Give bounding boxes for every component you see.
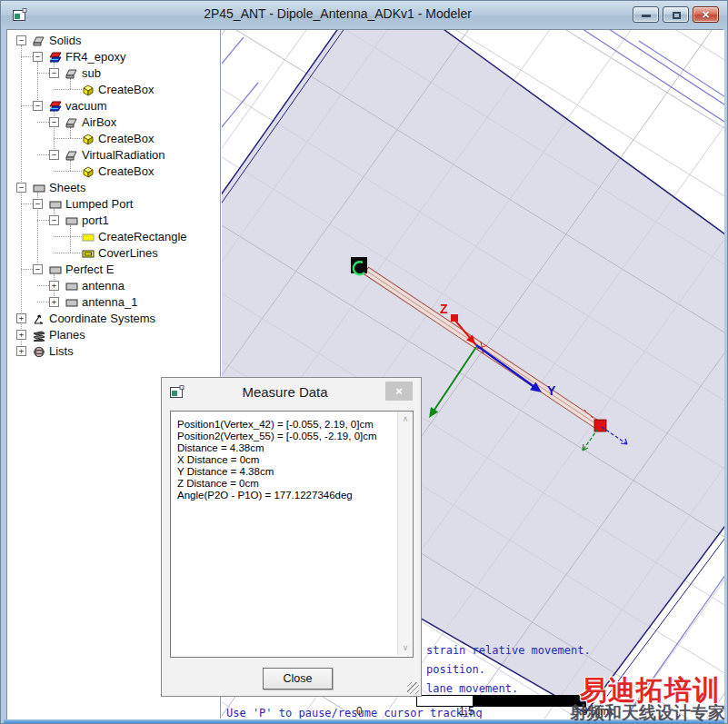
tree-item-antenna-1[interactable]: +antenna_1 (7, 293, 221, 310)
dialog-icon (170, 385, 184, 399)
dialog-scrollbar[interactable]: ∧ ∨ (397, 412, 412, 655)
sheet-gray-icon (65, 214, 78, 226)
tree-item-createrectangle[interactable]: CreateRectangle (7, 228, 221, 244)
tree-item-antenna[interactable]: +antenna (7, 277, 221, 293)
tree-item-label: Planes (49, 328, 85, 342)
tree-guide-stub (21, 203, 33, 204)
tree-item-label: AirBox (82, 115, 116, 129)
status-hint-1: strain relative movement. (426, 644, 591, 657)
solid-icon (65, 67, 78, 79)
expand-icon[interactable]: + (16, 313, 26, 323)
tree-guide-stub (37, 285, 49, 286)
measure-result-line: Position2(Vertex_55) = [-0.055, -2.19, 0… (177, 431, 394, 442)
tree-item-lists[interactable]: +Lists (7, 342, 221, 359)
sheet-gray-icon (65, 280, 78, 292)
tree-guide-stub (37, 154, 49, 155)
tree-item-label: port1 (82, 213, 109, 227)
tree-item-createbox[interactable]: CreateBox (7, 163, 221, 179)
lists-icon (33, 345, 45, 357)
expand-icon[interactable]: + (49, 281, 59, 291)
measure-result-line: Angle(P2O - P1O) = 177.1227346deg (177, 490, 394, 501)
tree-item-airbox[interactable]: −AirBox (7, 114, 221, 130)
modeler-window: 2P45_ANT - Dipole_Antenna_ADKv1 - Modele… (0, 0, 728, 724)
expand-icon[interactable]: + (16, 346, 26, 356)
expand-icon[interactable]: + (49, 297, 59, 307)
tree-guide-stub (21, 105, 33, 106)
tree-item-createbox[interactable]: CreateBox (7, 130, 221, 146)
scroll-up-icon[interactable]: ∧ (398, 412, 413, 426)
window-controls: × (633, 6, 719, 23)
material-icon (49, 100, 62, 112)
tree-item-lumped-port[interactable]: −Lumped Port (7, 195, 221, 212)
collapse-icon[interactable]: − (33, 199, 43, 209)
tree-guide-stub (37, 73, 49, 74)
measure-result-line: Y Distance = 4.38cm (177, 466, 394, 478)
tree-item-label: CreateBox (98, 83, 154, 96)
solid-icon (65, 149, 78, 161)
sheet-gray-icon (49, 198, 62, 210)
tree-item-sub[interactable]: −sub (7, 64, 221, 81)
scroll-down-icon[interactable]: ∨ (398, 640, 413, 655)
tree-item-vacuum[interactable]: −vacuum (7, 97, 221, 114)
collapse-icon[interactable]: − (49, 117, 59, 127)
tree-item-planes[interactable]: +Planes (7, 326, 221, 342)
tree-item-coordinate-systems[interactable]: +Coordinate Systems (7, 310, 221, 326)
tree-item-port1[interactable]: −port1 (7, 212, 221, 228)
tree-item-label: antenna_1 (82, 295, 137, 309)
box-yellow-icon (82, 84, 95, 95)
tree-guide-stub (54, 236, 82, 237)
watermark-line2: 射频和天线设计专家 (570, 701, 725, 724)
dialog-close-icon[interactable]: × (385, 382, 413, 401)
solid-icon (65, 116, 78, 128)
tree-item-label: antenna (82, 279, 125, 293)
collapse-icon[interactable]: − (49, 150, 59, 160)
dialog-title: Measure Data (189, 384, 381, 400)
tree-item-createbox[interactable]: CreateBox (7, 81, 221, 97)
tree-guide-stub (54, 89, 82, 90)
window-title: 2P45_ANT - Dipole_Antenna_ADKv1 - Modele… (55, 6, 620, 21)
collapse-icon[interactable]: − (33, 101, 43, 111)
collapse-icon[interactable]: − (16, 35, 26, 45)
tree-item-label: CoverLines (98, 246, 158, 260)
planes-icon (33, 329, 45, 341)
axes-icon (33, 312, 45, 324)
tree-item-label: CreateBox (98, 164, 154, 178)
tree-item-perfect-e[interactable]: −Perfect E (7, 261, 221, 277)
close-button[interactable]: × (693, 6, 719, 23)
minimize-button[interactable] (633, 6, 659, 23)
dialog-close-button[interactable]: Close (263, 668, 333, 689)
collapse-icon[interactable]: − (33, 52, 43, 62)
measure-result-line: Z Distance = 0cm (177, 478, 394, 490)
minimize-icon (642, 15, 651, 17)
collapse-icon[interactable]: − (33, 264, 43, 274)
tree-guide-stub (37, 122, 49, 123)
tree-item-sheets[interactable]: −Sheets (7, 179, 221, 195)
measure-result-line: Position1(Vertex_42) = [-0.055, 2.19, 0]… (177, 419, 394, 431)
dialog-resize-grip[interactable] (407, 682, 419, 694)
tree-item-solids[interactable]: −Solids (7, 32, 221, 48)
status-hint-3: lane movement. (426, 682, 518, 695)
material-icon (49, 51, 62, 63)
tree-guide-stub (54, 171, 82, 172)
titlebar[interactable]: 2P45_ANT - Dipole_Antenna_ADKv1 - Modele… (1, 1, 728, 29)
collapse-icon[interactable]: − (49, 215, 59, 225)
tree-item-label: vacuum (65, 99, 107, 113)
tree-item-virtualradiation[interactable]: −VirtualRadiation (7, 146, 221, 163)
collapse-icon[interactable]: − (16, 183, 26, 193)
tree-guide-stub (21, 56, 33, 57)
z-axis-label: Z (440, 302, 448, 316)
tree-item-label: Lumped Port (65, 197, 133, 211)
measure-results-box: Position1(Vertex_42) = [-0.055, 2.19, 0]… (170, 411, 414, 658)
tree-item-coverlines[interactable]: CoverLines (7, 244, 221, 261)
tree-item-fr4-epoxy[interactable]: −FR4_epoxy (7, 48, 221, 64)
measure-data-dialog: Measure Data × Position1(Vertex_42) = [-… (161, 377, 422, 697)
sheet-gray-icon (33, 182, 45, 193)
expand-icon[interactable]: + (16, 330, 26, 340)
tree-item-label: Perfect E (65, 263, 114, 276)
tree-guide-stub (37, 302, 49, 302)
tree-item-label: FR4_epoxy (65, 50, 125, 64)
restore-button[interactable] (663, 6, 689, 23)
ruler-start-label: 0 (356, 705, 363, 718)
measure-result-line: X Distance = 0cm (177, 454, 394, 466)
collapse-icon[interactable]: − (49, 68, 59, 78)
